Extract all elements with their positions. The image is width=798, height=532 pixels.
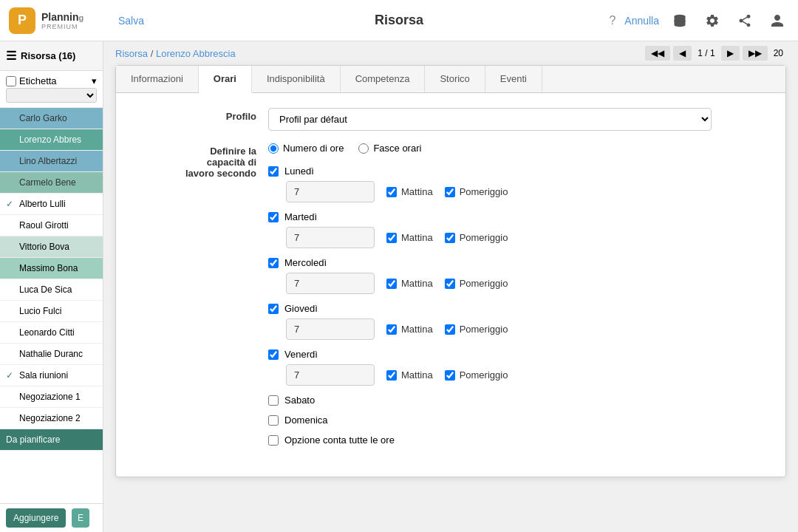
pomeriggio-label-giovedi[interactable]: Pomeriggio	[445, 324, 508, 335]
tab-indisponibilita[interactable]: Indisponibilità	[252, 66, 341, 92]
sidebar-item-da-pianificare[interactable]: Da pianificare	[0, 429, 103, 451]
pomeriggio-label-martedi[interactable]: Pomeriggio	[445, 232, 508, 243]
next-last-button[interactable]: ▶▶	[743, 46, 768, 61]
help-icon[interactable]: ?	[609, 14, 615, 27]
pomeriggio-checkbox-venerdi[interactable]	[445, 370, 455, 381]
day-checkbox-lunedi[interactable]	[268, 166, 279, 177]
logo-title: Planning	[41, 11, 83, 23]
day-header-venerdi: Venerdì	[268, 349, 763, 360]
define-row: Definire la capacità di lavoro secondo N…	[138, 143, 763, 450]
day-label-sabato: Sabato	[284, 395, 315, 406]
pomeriggio-checkbox-giovedi[interactable]	[445, 324, 455, 335]
logo-text: Planning PREMIUM	[41, 11, 83, 30]
radio-fasce[interactable]	[358, 143, 369, 154]
mattina-checkbox-mercoledi[interactable]	[386, 279, 397, 289]
mattina-checkbox-lunedi[interactable]	[386, 187, 397, 197]
content-topbar: Risorsa / Lorenzo Abbrescia ◀◀ ◀ 1 / 1 ▶…	[103, 41, 798, 65]
hours-input-mercoledi[interactable]	[286, 273, 375, 294]
sidebar-item-massimo-bona[interactable]: Massimo Bona	[0, 258, 103, 279]
day-header-lunedi: Lunedì	[268, 166, 763, 177]
tab-eventi[interactable]: Eventi	[485, 66, 542, 92]
tab-informazioni[interactable]: Informazioni	[116, 66, 199, 92]
day-header-giovedi: Giovedì	[268, 303, 763, 314]
filter-select[interactable]	[6, 88, 97, 103]
sidebar-item-vittorio-bova[interactable]: Vittorio Bova	[0, 236, 103, 258]
mattina-label-mercoledi[interactable]: Mattina	[386, 278, 433, 289]
filter-checkbox[interactable]	[6, 76, 16, 86]
day-checkbox-sabato[interactable]	[268, 395, 279, 406]
day-checkbox-martedi[interactable]	[268, 212, 279, 222]
pomeriggio-label-venerdi[interactable]: Pomeriggio	[445, 369, 508, 381]
sidebar-item-lorenzo-abbres[interactable]: Lorenzo Abbres	[0, 129, 103, 151]
count-text: 20	[771, 48, 786, 58]
settings-icon[interactable]	[700, 9, 724, 33]
hours-input-giovedi[interactable]	[286, 318, 375, 340]
sidebar-item-carmelo-bene[interactable]: Carmelo Bene	[0, 172, 103, 194]
prev-button[interactable]: ◀	[673, 46, 692, 61]
day-section-mercoledi: Mercoledì Mattina Pomeriggio	[268, 257, 763, 294]
database-icon[interactable]	[668, 9, 692, 33]
day-checkbox-mercoledi[interactable]	[268, 258, 279, 268]
breadcrumb-part2[interactable]: Lorenzo Abbrescia	[156, 48, 236, 59]
sidebar-item-raoul-girotti[interactable]: Raoul Girotti	[0, 215, 103, 236]
day-checkbox-venerdi[interactable]	[268, 349, 279, 360]
tab-competenza[interactable]: Competenza	[341, 66, 426, 92]
save-button[interactable]: Salva	[112, 12, 150, 30]
breadcrumb: Risorsa / Lorenzo Abbrescia	[115, 48, 236, 59]
mattina-label-venerdi[interactable]: Mattina	[386, 369, 433, 381]
edit-button[interactable]: E	[72, 508, 89, 528]
option-checkbox[interactable]	[268, 435, 279, 446]
sidebar-item-leonardo-citti[interactable]: Leonardo Citti	[0, 322, 103, 344]
pomeriggio-label-lunedi[interactable]: Pomeriggio	[445, 186, 508, 197]
day-checkbox-domenica[interactable]	[268, 415, 279, 426]
tab-storico[interactable]: Storico	[425, 66, 485, 92]
sidebar-item-lucio-fulci[interactable]: Lucio Fulci	[0, 301, 103, 322]
day-section-giovedi: Giovedì Mattina Pomeriggio	[268, 303, 763, 340]
breadcrumb-part1[interactable]: Risorsa	[115, 48, 148, 59]
day-label-venerdi: Venerdì	[284, 349, 318, 360]
mattina-label-martedi[interactable]: Mattina	[386, 232, 433, 243]
prev-first-button[interactable]: ◀◀	[645, 46, 670, 61]
day-label-giovedi: Giovedì	[284, 303, 318, 314]
sidebar-items-list: Carlo Garko Lorenzo Abbres Lino Albertaz…	[0, 108, 103, 503]
day-checkbox-giovedi[interactable]	[268, 304, 279, 314]
mattina-checkbox-martedi[interactable]	[386, 233, 397, 243]
menu-icon[interactable]: ☰	[6, 49, 16, 63]
option-row: Opzione conta tutte le ore	[268, 434, 763, 446]
day-header-mercoledi: Mercoledì	[268, 257, 763, 268]
sidebar-item-alberto-lulli[interactable]: ✓ Alberto Lulli	[0, 194, 103, 215]
mattina-checkbox-giovedi[interactable]	[386, 324, 397, 335]
sidebar-bottom: Aggiungere E	[0, 503, 103, 532]
sidebar-item-negoziazione-2[interactable]: Negoziazione 2	[0, 408, 103, 429]
profile-select[interactable]: Profil par défaut	[268, 108, 712, 131]
mattina-label-giovedi[interactable]: Mattina	[386, 324, 433, 335]
cancel-button[interactable]: Annulla	[624, 15, 659, 27]
radio-fasce-label[interactable]: Fasce orari	[358, 143, 421, 154]
sidebar-item-luca-de-sica[interactable]: Luca De Sica	[0, 279, 103, 301]
mattina-checkbox-venerdi[interactable]	[386, 370, 397, 381]
pomeriggio-label-mercoledi[interactable]: Pomeriggio	[445, 278, 508, 289]
hours-input-venerdi[interactable]	[286, 364, 375, 386]
pomeriggio-checkbox-mercoledi[interactable]	[445, 279, 455, 289]
tab-orari[interactable]: Orari	[199, 66, 252, 93]
sidebar-item-sala-riunioni[interactable]: ✓ Sala riunioni	[0, 365, 103, 386]
sidebar-item-negoziazione-1[interactable]: Negoziazione 1	[0, 386, 103, 408]
sidebar-item-carlo-garko[interactable]: Carlo Garko	[0, 108, 103, 129]
sidebar-item-lino-albertazzi[interactable]: Lino Albertazzi	[0, 151, 103, 172]
radio-ore[interactable]	[268, 143, 279, 154]
pomeriggio-checkbox-lunedi[interactable]	[445, 187, 455, 197]
hours-input-martedi[interactable]	[286, 227, 375, 248]
sidebar-item-label: Negoziazione 2	[19, 413, 81, 423]
pomeriggio-checkbox-martedi[interactable]	[445, 233, 455, 243]
content-area: Risorsa / Lorenzo Abbrescia ◀◀ ◀ 1 / 1 ▶…	[103, 41, 798, 532]
user-icon[interactable]	[765, 9, 789, 33]
sidebar-item-nathalie-duranc[interactable]: Nathalie Duranc	[0, 344, 103, 365]
hours-input-lunedi[interactable]	[286, 181, 375, 202]
sidebar-item-label: Lucio Fulci	[19, 306, 61, 316]
mattina-label-lunedi[interactable]: Mattina	[386, 186, 433, 197]
next-button[interactable]: ▶	[721, 46, 740, 61]
share-icon[interactable]	[733, 9, 757, 33]
radio-ore-label[interactable]: Numero di ore	[268, 143, 344, 154]
add-button[interactable]: Aggiungere	[6, 508, 66, 528]
breadcrumb-separator: /	[151, 48, 156, 59]
